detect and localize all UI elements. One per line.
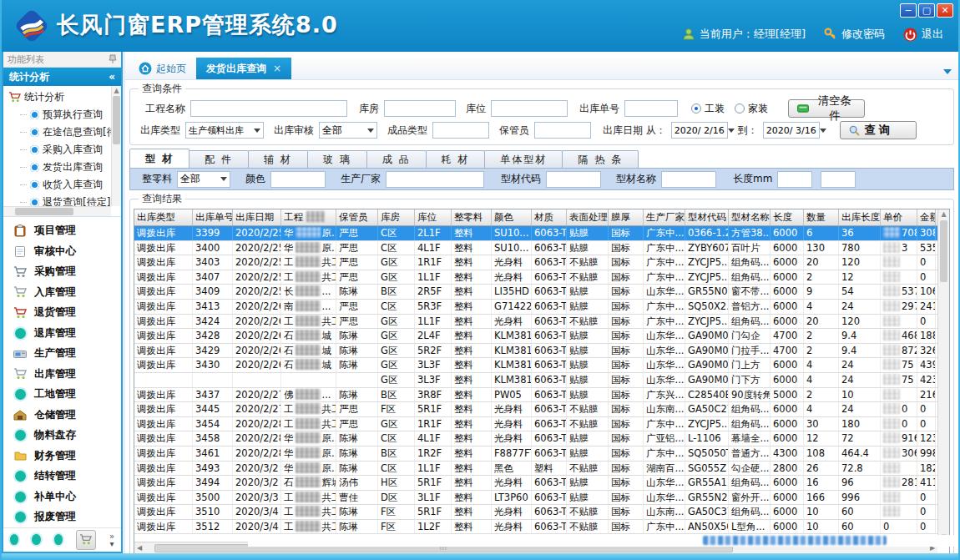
sidebar-item-仓储管理[interactable]: 仓储管理 — [3, 405, 121, 426]
clear-conditions-button[interactable]: 清空条件 — [788, 99, 865, 118]
sidebar-item-出库管理[interactable]: 出库管理 — [3, 364, 121, 385]
table-row[interactable]: 调拨出库35002020/3/3工共工程曹佳D区3L1F整料LT3P606063… — [134, 491, 949, 506]
change-password-button[interactable]: 修改密码 — [824, 27, 885, 42]
column-header-单价[interactable]: 单价 — [881, 209, 917, 225]
sidebar-item-采购管理[interactable]: 采购管理 — [3, 261, 121, 282]
material-tab-型材[interactable]: 型 材 — [129, 149, 189, 168]
table-row[interactable]: 调拨出库34002020/2/25华原...严思C区4L1F整料SU10...6… — [134, 241, 949, 256]
table-row[interactable]: 调拨出库35122020/3/4工共工程陈琳F区1L2F整料光身料6063-T5… — [134, 520, 949, 535]
column-header-颜色[interactable]: 颜色 — [492, 209, 532, 225]
table-row[interactable]: 调拨出库34292020/2/26石城陈琳G区5R2F整料KLM38176063… — [134, 344, 949, 359]
sidebar-item-结转管理[interactable]: 结转管理 — [3, 466, 121, 487]
column-header-出库类型[interactable]: 出库类型 — [134, 209, 193, 225]
table-row[interactable]: 调拨出库34372020/2/27佛...陈琳B区3R8F整料PW056063-… — [134, 388, 949, 403]
table-row[interactable]: 调拨出库34092020/2/25长...陈琳B区2R5F整料LI35HD606… — [134, 285, 949, 300]
dot-icon[interactable] — [32, 534, 40, 545]
material-tab-成品[interactable]: 成 品 — [366, 150, 427, 168]
maximize-button[interactable]: ▢ — [918, 3, 935, 18]
sidebar-item-项目管理[interactable]: 项目管理 — [3, 220, 121, 241]
tab-home[interactable]: 起始页 — [129, 58, 196, 79]
table-row[interactable]: 调拨出库34032020/2/25工共工程严思G区1R1F整料光身料6063-T… — [134, 255, 949, 270]
column-header-长度[interactable]: 长度 — [771, 209, 804, 225]
date-to-select[interactable]: 2020/ 3/16 — [763, 122, 820, 139]
material-tab-耗材[interactable]: 耗 材 — [426, 150, 486, 168]
column-header-生产厂家[interactable]: 生产厂家 — [644, 209, 685, 225]
material-tab-玻璃[interactable]: 玻 璃 — [307, 150, 367, 168]
column-header-金额[interactable]: 金额 — [917, 209, 936, 225]
section-header-statistics[interactable]: 统计分析 « — [3, 68, 121, 85]
column-header-出库长度[interactable]: 出库长度 — [839, 209, 881, 225]
column-header-整零料[interactable]: 整零料 — [452, 209, 492, 225]
tab-shipping-outbound-query[interactable]: 发货出库查询 × — [196, 58, 291, 79]
column-header-数量[interactable]: 数量 — [804, 209, 839, 225]
close-button[interactable]: ✕ — [937, 3, 953, 18]
table-row[interactable]: 调拨出库34132020/2/26南...严思C区5R3F整料G71422606… — [134, 300, 949, 315]
column-header-出库日期[interactable]: 出库日期 — [233, 209, 281, 225]
material-tab-辅材[interactable]: 辅 材 — [248, 150, 308, 168]
tab-list-dropdown-icon[interactable] — [943, 69, 952, 74]
date-from-select[interactable]: 2020/ 2/16 — [671, 122, 728, 139]
table-row[interactable]: 调拨出库35102020/3/4工共工程陈琳F区5R1F整料光身料6063-T5… — [134, 505, 949, 520]
length-to-input[interactable] — [821, 171, 856, 188]
table-row[interactable]: 调拨出库34612020/2/28华原...陈琳B区1R2F整料F8877FT6… — [134, 446, 949, 462]
project-name-input[interactable] — [190, 100, 347, 117]
column-header-库位[interactable]: 库位 — [415, 209, 452, 225]
manufacturer-input[interactable] — [386, 171, 484, 188]
column-header-工程[interactable]: 工程 — [281, 209, 336, 225]
sidebar-item-补单中心[interactable]: 补单中心 — [3, 487, 121, 507]
sidebar-item-审核中心[interactable]: 审核中心 — [3, 241, 121, 262]
sidebar-item-退库管理[interactable]: 退库管理 — [3, 323, 121, 344]
table-row[interactable]: 调拨出库34452020/2/27工共工程严思F区5R1F整料光身料6063-T… — [134, 402, 949, 417]
table-row[interactable]: 调拨出库34072020/2/25工共工程严思G区1L1F整料光身料6063-T… — [134, 270, 949, 285]
sidebar-item-工地管理[interactable]: 工地管理 — [3, 384, 121, 405]
warehouse-input[interactable] — [384, 100, 456, 117]
minimize-button[interactable]: ─ — [900, 3, 917, 18]
column-header-保管员[interactable]: 保管员 — [336, 209, 378, 225]
radio-gongzhuang[interactable]: 工装 — [691, 102, 725, 116]
tree-root[interactable]: 统计分析 — [8, 89, 119, 106]
sidebar-item-退货管理[interactable]: 退货管理 — [3, 302, 121, 323]
tree-item[interactable]: 收货入库查询 — [8, 176, 119, 194]
cart-shortcut-button[interactable] — [76, 530, 96, 550]
audit-select[interactable]: 全部 — [319, 122, 377, 139]
dot-icon[interactable] — [54, 534, 63, 545]
tree-item[interactable]: 在途信息查询[待 — [8, 124, 119, 141]
column-header-材质[interactable]: 材质 — [532, 209, 567, 225]
length-from-input[interactable] — [777, 171, 812, 188]
out-type-select[interactable]: 生产领料出库 — [185, 122, 264, 139]
material-tab-配件[interactable]: 配 件 — [189, 150, 249, 168]
tree-item[interactable]: 采购入库查询 — [8, 141, 119, 159]
table-row[interactable]: 调拨出库34542020/2/28工共工程严思G区1R1F整料光身料6063-T… — [134, 417, 949, 432]
whole-part-select[interactable]: 全部 — [177, 171, 230, 188]
table-row[interactable]: 调拨出库34932020/3/2华原...陈琳C区1L1F整料黑色塑料不贴膜国标… — [134, 462, 949, 477]
collapse-icon[interactable]: « — [109, 71, 115, 83]
profile-code-input[interactable] — [546, 171, 601, 188]
table-row[interactable]: 调拨出库33992020/2/25华原...严思C区2L1F整料SU10...6… — [134, 226, 949, 241]
order-no-input[interactable] — [624, 100, 678, 117]
table-row[interactable]: 调拨出库34242020/2/26工共工程严思G区1L1F整料光身料6063-T… — [134, 315, 949, 330]
radio-jiazhuang[interactable]: 家装 — [735, 102, 768, 116]
sidebar-item-物料盘存[interactable]: 物料盘存 — [3, 425, 121, 446]
column-header-出库单号[interactable]: 出库单号 — [193, 209, 233, 225]
table-row[interactable]: G区3L3F整料KLM38176063-T5贴膜国标山东华...GA90M09.… — [134, 373, 949, 388]
color-input[interactable] — [270, 171, 326, 188]
tree-item[interactable]: 预算执行查询 — [8, 106, 119, 124]
column-header-型材代码[interactable]: 型材代码 — [685, 209, 729, 225]
overflow-chevron[interactable]: »▾ — [109, 532, 114, 547]
material-tab-单体型材[interactable]: 单体型材 — [484, 150, 563, 168]
column-header-表面处理[interactable]: 表面处理 — [567, 209, 609, 225]
material-tab-隔热条[interactable]: 隔 热 条 — [562, 150, 639, 168]
table-row[interactable]: 调拨出库34582020/2/28华原...陈琳C区4L1F整料光身料6063-… — [134, 431, 949, 446]
tree-horizontal-scrollbar[interactable] — [3, 206, 111, 216]
pin-icon[interactable] — [109, 54, 117, 64]
dot-icon[interactable] — [10, 534, 18, 545]
profile-name-input[interactable] — [661, 171, 716, 188]
sidebar-item-财务管理[interactable]: 财务管理 — [3, 446, 121, 467]
logout-button[interactable]: 退出 — [903, 27, 943, 42]
column-header-型材名称[interactable]: 型材名称 — [729, 209, 771, 225]
table-row[interactable]: 调拨出库34302020/2/26石城陈琳G区3L3F整料KLM38176063… — [134, 358, 949, 373]
sidebar-item-报废管理[interactable]: 报废管理 — [3, 507, 121, 527]
product-type-input[interactable] — [432, 122, 489, 139]
location-input[interactable] — [491, 100, 568, 117]
grid-vertical-scrollbar[interactable]: ▲ ▼ — [937, 209, 949, 542]
